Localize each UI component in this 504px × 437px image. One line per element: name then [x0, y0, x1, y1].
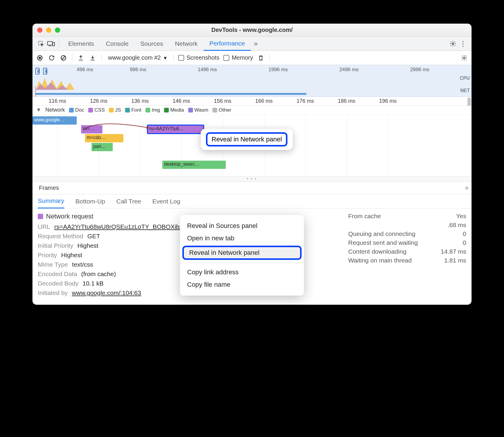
- tab-event-log[interactable]: Event Log: [152, 194, 180, 208]
- overview-tick: 1996 ms: [269, 67, 288, 73]
- ruler-tick: 116 ms: [49, 98, 66, 104]
- context-menu: Reveal in Sources panel Open in new tab …: [180, 215, 304, 296]
- svg-rect-3: [53, 42, 55, 46]
- ruler-tick: 156 ms: [214, 98, 231, 104]
- legend-media: Media: [164, 107, 184, 113]
- flame-bar[interactable]: desktop_searc…: [162, 161, 226, 169]
- menu-reveal-sources[interactable]: Reveal in Sources panel: [180, 220, 304, 232]
- menu-open-new-tab[interactable]: Open in new tab: [180, 232, 304, 244]
- initiated-label: Initiated by: [38, 289, 68, 296]
- device-toggle-icon[interactable]: [46, 39, 56, 49]
- overview-tick: 2496 ms: [339, 67, 359, 73]
- menu-copy-filename[interactable]: Copy file name: [180, 278, 304, 291]
- menu-copy-link[interactable]: Copy link address: [180, 266, 304, 278]
- capture-settings-icon[interactable]: [460, 54, 468, 62]
- ruler-tick: 166 ms: [255, 98, 273, 104]
- window-title: DevTools - www.google.com/: [32, 27, 472, 33]
- legend-css: CSS: [88, 107, 105, 113]
- checkbox-icon: [178, 55, 184, 61]
- flame-body[interactable]: www.google…m=…rs=AA2YrTtu6…m=cdo…pari…de…: [32, 115, 472, 176]
- url-link[interactable]: rs=AA2YrTtu68wU8rQSEu1zLoTY_BOBOXibAg: [54, 223, 187, 230]
- frames-row[interactable]: Frames: [32, 182, 472, 194]
- more-tabs-icon[interactable]: »: [251, 39, 261, 49]
- initiated-link[interactable]: www.google.com/:104:63: [72, 289, 141, 296]
- timing-row-label: Request sent and waiting: [348, 239, 418, 246]
- time-ruler[interactable]: 116 ms 126 ms 136 ms 146 ms 156 ms 166 m…: [32, 97, 472, 106]
- collapse-icon[interactable]: ▼: [36, 107, 41, 113]
- reload-icon[interactable]: [48, 54, 55, 62]
- tab-network[interactable]: Network: [169, 37, 204, 51]
- timing-row-value: .68 ms: [448, 221, 466, 229]
- frames-label: Frames: [39, 185, 59, 191]
- timing-row-label: Waiting on main thread: [348, 257, 412, 264]
- net-label: NET: [460, 88, 470, 93]
- timing-row-value: 0: [463, 230, 466, 237]
- from-cache-value: Yes: [456, 213, 466, 220]
- ruler-tick: 186 ms: [338, 98, 355, 104]
- settings-icon[interactable]: [448, 39, 458, 49]
- maximize-icon[interactable]: [55, 27, 60, 33]
- request-method-value: GET: [87, 233, 100, 240]
- ruler-tick: 176 ms: [297, 98, 314, 104]
- flame-bar[interactable]: pari…: [91, 143, 113, 151]
- decoded-label: Decoded Body: [38, 280, 78, 287]
- ruler-tick: 146 ms: [173, 98, 190, 104]
- legend-font: Font: [125, 107, 141, 113]
- decoded-value: 10.1 kB: [83, 280, 104, 287]
- mime-label: Mime Type: [38, 261, 68, 268]
- priority-value: Highest: [61, 252, 82, 259]
- tab-call-tree[interactable]: Call Tree: [116, 194, 141, 208]
- flame-bar[interactable]: rs=AA2YrTtu6…: [148, 125, 204, 133]
- download-icon[interactable]: [89, 54, 96, 62]
- flame-bar[interactable]: www.google…: [32, 116, 77, 125]
- ruler-tick: 196 ms: [379, 98, 397, 104]
- reveal-tooltip-text: Reveal in Network panel: [206, 132, 287, 146]
- minimize-icon[interactable]: [46, 27, 51, 33]
- section-label: Network: [45, 107, 65, 113]
- net-bar: [35, 93, 306, 95]
- flame-bar[interactable]: m=cdo…: [85, 134, 123, 142]
- tab-bottom-up[interactable]: Bottom-Up: [76, 194, 105, 208]
- screenshots-label: Screenshots: [186, 54, 219, 61]
- inspect-icon[interactable]: [36, 39, 46, 49]
- devtools-window: DevTools - www.google.com/ Elements Cons…: [32, 24, 472, 305]
- divider: [101, 54, 102, 62]
- garbage-collect-icon[interactable]: [257, 54, 265, 62]
- tab-performance[interactable]: Performance: [204, 37, 251, 51]
- network-flame-header: ▼ Network Doc CSS JS Font Img Media Wasm…: [32, 106, 472, 115]
- tab-summary[interactable]: Summary: [38, 194, 64, 208]
- record-icon[interactable]: [36, 54, 44, 62]
- css-swatch-icon: [38, 214, 43, 219]
- legend-js: JS: [109, 107, 121, 113]
- kebab-icon[interactable]: ⋮: [458, 39, 468, 49]
- url-label: URL: [38, 223, 50, 230]
- recording-dropdown-label: www.google.com #2: [108, 54, 161, 61]
- tab-elements[interactable]: Elements: [62, 37, 100, 51]
- drag-handle[interactable]: • • •: [32, 177, 472, 182]
- timing-row-label: [348, 221, 350, 229]
- clear-icon[interactable]: [60, 54, 67, 62]
- summary-panel: Network request URL rs=AA2YrTtu68wU8rQSE…: [32, 208, 472, 305]
- overview-tick: 996 ms: [130, 67, 146, 73]
- overview-handle-left[interactable]: [35, 68, 40, 74]
- overview-tick: 1496 ms: [198, 67, 217, 73]
- titlebar: DevTools - www.google.com/: [32, 24, 472, 37]
- flame-bar[interactable]: m=…: [81, 125, 102, 133]
- checkbox-icon: [223, 55, 229, 61]
- tab-console[interactable]: Console: [100, 37, 135, 51]
- recording-dropdown[interactable]: www.google.com #2 ▾: [106, 54, 168, 61]
- upload-icon[interactable]: [77, 54, 85, 62]
- divider: [59, 40, 59, 48]
- menu-reveal-network[interactable]: Reveal in Network panel: [182, 246, 302, 260]
- overview-tick: 2996 ms: [410, 67, 429, 73]
- memory-label: Memory: [232, 54, 253, 61]
- encoded-label: Encoded Data: [38, 270, 77, 278]
- overview-handle-right[interactable]: [43, 68, 47, 74]
- close-icon[interactable]: [37, 27, 42, 33]
- timing-row-value: 1.81 ms: [444, 257, 466, 264]
- timing-column: From cache Yes .68 ms Queuing and connec…: [348, 213, 466, 266]
- overview-panel[interactable]: 496 ms 996 ms 1496 ms 1996 ms 2496 ms 29…: [32, 65, 472, 97]
- memory-checkbox[interactable]: Memory: [223, 54, 253, 61]
- screenshots-checkbox[interactable]: Screenshots: [178, 54, 219, 61]
- tab-sources[interactable]: Sources: [135, 37, 169, 51]
